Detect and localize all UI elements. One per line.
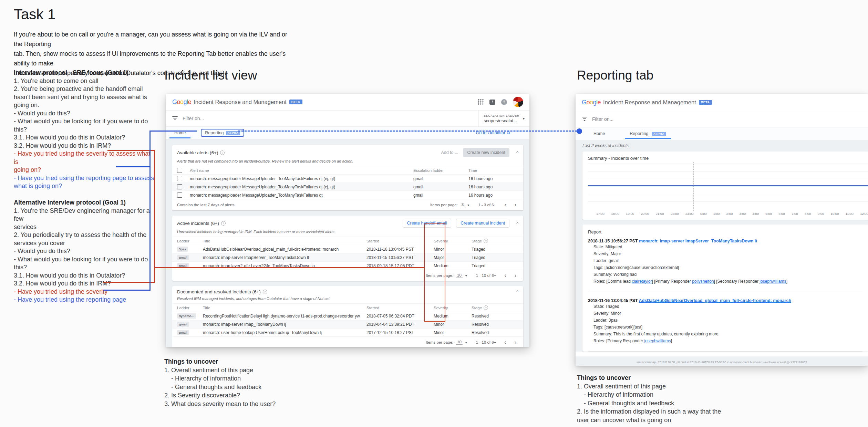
info-icon[interactable]: ? [263, 290, 267, 294]
alert-name: monarch: messageuploader MessageUploader… [190, 176, 413, 181]
collapse-icon[interactable]: ^ [516, 289, 518, 294]
things-line: 3. What does severity mean to the user? [164, 400, 312, 408]
logo-letter: e [188, 98, 192, 105]
pagination: Contains the last 7 days of alerts Items… [172, 199, 523, 210]
prev-page-button[interactable]: ‹ [504, 202, 506, 208]
incident-title: RecordingPostNotificationDelayHigh dynam… [203, 314, 366, 319]
create-new-incident-button[interactable]: Create new incident [463, 148, 509, 157]
protocol-line: 3.1. How would you do this in Outalator? [14, 134, 155, 142]
chart-series-line [588, 185, 868, 186]
axis-tick-label: 2:00 [726, 212, 733, 216]
go-to-outalator-link[interactable]: Go to Outalator⧉ [476, 131, 510, 136]
tab-home[interactable]: Home [591, 131, 607, 136]
info-icon[interactable]: ? [220, 150, 225, 155]
tab-home[interactable]: Home [172, 131, 188, 135]
active-tab-underline [625, 138, 671, 139]
tab-bar: Home Reporting ALPHA [576, 127, 868, 140]
role-part: ] [Secondary Responder [714, 279, 760, 284]
axis-tick-label: 23:00 [685, 212, 694, 216]
incident-row[interactable]: 3pas AdsDataHubGslbNearOverload_global_m… [172, 245, 523, 253]
ladder-chip: 3pas [177, 247, 188, 252]
items-per-page-select[interactable]: 10 [456, 340, 463, 345]
apps-grid-icon[interactable] [478, 99, 484, 105]
incident-row[interactable]: gmail monarch: imap layer2-gfe Layer2Gfe… [172, 262, 523, 270]
help-icon[interactable]: ? [501, 99, 507, 105]
alert-time: 16 hours ago [468, 193, 518, 198]
incident-row[interactable]: gmail monarch: user-home-lookup UserHome… [172, 329, 523, 337]
pagination: Items per page: 10 ▾ 1 - 10 of 6+ ‹ › [172, 270, 523, 281]
axis-tick-label: 11:00 [846, 212, 854, 216]
filter-input[interactable]: Filter on... [183, 116, 204, 121]
product-name: Incident Response and Management [603, 99, 696, 106]
incident-link[interactable]: AdsDataHubGslbNearOverload_global_main_f… [639, 298, 791, 303]
prev-page-button[interactable]: ‹ [504, 273, 506, 278]
next-page-button[interactable]: › [515, 273, 516, 278]
prev-page-button[interactable]: ‹ [504, 340, 506, 345]
chart-x-axis: 17:0018:0019:0020:0021:0022:0023:000:001… [582, 209, 868, 220]
protocol-title: Interview protocol - SRE focus (Goal 1) [14, 69, 155, 77]
items-per-page-select[interactable]: 3 [461, 202, 465, 207]
alert-row[interactable]: monarch: messageuploader MessageUploader… [172, 175, 523, 183]
axis-tick-label: 7:00 [792, 212, 798, 216]
create-manual-incident-button[interactable]: Create manual incident [456, 219, 509, 228]
logo-letter: o [180, 98, 184, 105]
things-to-uncover-ilv: Things to uncover 1. Overall sentiment o… [164, 357, 312, 408]
app-header: Google Incident Response and Management … [166, 94, 529, 111]
beta-badge: BETA [699, 100, 712, 105]
next-page-button[interactable]: › [515, 340, 516, 345]
filter-input[interactable]: Filter on... [592, 116, 613, 122]
row-checkbox[interactable] [177, 176, 182, 181]
escalation-ladder-select[interactable]: ESCALATION LADDER scopes/escalat... ▾ [478, 111, 529, 126]
protocol-line: 3.2. How would you do this in IRM? [14, 280, 155, 288]
resolved-incidents-section: Documented and resolved incidents (6+) ?… [172, 286, 523, 347]
info-icon[interactable]: ? [484, 239, 488, 243]
feedback-icon[interactable]: ! [489, 100, 495, 105]
filter-bar: Filter on... [576, 111, 868, 127]
reporting-tab-screenshot: Google Incident Response and Management … [576, 94, 868, 366]
tab-reporting[interactable]: Reporting ALPHA [628, 131, 668, 136]
collapse-icon[interactable]: ^ [516, 221, 518, 226]
chart-title: Summary - Incidents over time [582, 152, 868, 164]
incident-list-view-screenshot: Google Incident Response and Management … [166, 94, 529, 347]
items-per-page-label: Items per page: [430, 203, 458, 207]
entry-roles-line: Roles: [Primary Responder josephwilliams… [588, 337, 862, 344]
axis-tick-label: 18:00 [611, 212, 619, 216]
items-per-page-select[interactable]: 10 [456, 273, 463, 278]
axis-tick-label: 5:00 [765, 212, 772, 216]
protocol-line: - Have you tried using the severity [14, 288, 155, 296]
logo-letter: o [590, 99, 593, 106]
chevron-down-icon: ▾ [523, 117, 525, 121]
protocol-line: 2. You periodically try to assess the he… [14, 231, 155, 247]
alert-name: monarch: messageuploader MessageUploader… [190, 193, 413, 198]
entry-timestamp: 2018-11-15 10:56:27 PST [588, 239, 638, 243]
protocol-line: - Have you tried using the severity to a… [14, 150, 155, 174]
incident-row[interactable]: gmail monarch: imap-server Imap_TooManyD… [172, 320, 523, 329]
collapse-icon[interactable]: ^ [516, 150, 518, 155]
things-line: 2. Is the information displayed in such … [577, 407, 725, 416]
incident-link[interactable]: monarch: imap-server ImapServer_TooManyT… [639, 239, 757, 243]
role-part: ] [Primary Responder [652, 279, 692, 284]
row-checkbox[interactable] [177, 184, 182, 189]
alert-row[interactable]: monarch: messageuploader MessageUploader… [172, 191, 523, 199]
role-part: josephwilliams [760, 279, 786, 284]
incident-title: monarch: imap layer2-gfe Layer2Gfe_TooMa… [203, 263, 366, 268]
row-checkbox[interactable] [177, 192, 182, 198]
ladder-chip: gmail [177, 330, 189, 335]
build-info: irm.incident-api_20181120.00_p0 built at… [576, 356, 868, 366]
chevron-down-icon: ▾ [467, 203, 469, 207]
axis-tick-label: 20:00 [641, 212, 649, 216]
add-to-button[interactable]: Add to ... [441, 150, 458, 155]
info-icon[interactable]: ? [484, 305, 488, 310]
axis-tick-label: 22:00 [671, 212, 679, 216]
tab-reporting[interactable]: Reporting [205, 131, 224, 135]
create-handoff-email-button[interactable]: Create handoff email [403, 219, 452, 228]
alert-row[interactable]: monarch: messageuploader MessageUploader… [172, 183, 523, 191]
select-all-checkbox[interactable] [177, 168, 182, 173]
info-icon[interactable]: ? [221, 221, 226, 226]
incident-row[interactable]: gmail monarch: imap-server ImapServer_To… [172, 253, 523, 262]
section-title: Active incidents (6+) [177, 221, 219, 226]
avatar[interactable] [513, 97, 523, 107]
next-page-button[interactable]: › [515, 202, 516, 208]
incident-row[interactable]: dynamo-.. RecordingPostNotificationDelay… [172, 312, 523, 320]
incident-started: 2018-07-05 06:32:04 PDT [366, 314, 434, 319]
